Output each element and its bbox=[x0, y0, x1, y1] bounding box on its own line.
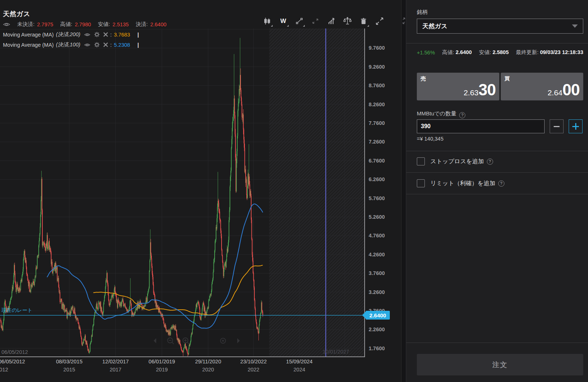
ma100-line bbox=[47, 204, 263, 328]
help-icon[interactable]: ? bbox=[459, 112, 465, 118]
instrument-selected-value: 天然ガス bbox=[422, 22, 572, 30]
buy-price-small: 2.64 bbox=[547, 88, 562, 97]
y-axis-tick: 8.2600 bbox=[369, 102, 391, 107]
zoom-out-button[interactable] bbox=[166, 336, 175, 345]
section-divider bbox=[406, 343, 588, 343]
increase-quantity-button[interactable] bbox=[569, 119, 583, 133]
compare-button[interactable] bbox=[310, 15, 321, 27]
x-axis-tick-year: 2022 bbox=[247, 367, 259, 373]
x-axis-tick-year: 2024 bbox=[293, 367, 305, 373]
y-axis-tick: 6.7600 bbox=[369, 158, 391, 164]
y-axis-tick: 3.2600 bbox=[369, 289, 391, 295]
decrease-quantity-button[interactable] bbox=[550, 119, 564, 133]
quantity-yen-equivalent: =¥ 140,345 bbox=[417, 136, 443, 142]
quantity-field-label: MMBtuでの数量? bbox=[417, 110, 465, 118]
instrument-select[interactable]: 天然ガス bbox=[417, 19, 583, 34]
submit-order-button[interactable]: 注文 bbox=[417, 354, 583, 375]
ma100-value: 5.2308 bbox=[114, 42, 130, 48]
delete-drawings-button[interactable] bbox=[358, 15, 369, 27]
limit-checkbox[interactable] bbox=[417, 179, 425, 187]
gear-icon[interactable] bbox=[94, 32, 100, 37]
scale-mode-button[interactable] bbox=[342, 15, 353, 27]
x-axis-tick-date: 12/02/2017 bbox=[102, 359, 129, 364]
low-label: 安値: bbox=[98, 21, 110, 28]
panel-resize-handle[interactable] bbox=[402, 16, 406, 27]
y-axis-tick: 5.7600 bbox=[369, 195, 391, 201]
close-value: 2.6400 bbox=[150, 22, 166, 27]
dropdown-caret bbox=[367, 25, 369, 27]
ma200-name: Moving Average (MA) bbox=[3, 32, 54, 38]
y-axis-tick: 6.2600 bbox=[369, 176, 391, 182]
visible-range-start-date: 06/05/2012 bbox=[1, 349, 28, 355]
timeframe-button[interactable]: W bbox=[277, 15, 289, 27]
current-price-tag: 2.6400 bbox=[366, 311, 390, 320]
y-axis-tick: 8.7600 bbox=[369, 83, 391, 88]
instrument-field-label: 銘柄 bbox=[417, 9, 428, 16]
quantity-input[interactable] bbox=[417, 119, 545, 133]
zoom-in-button[interactable] bbox=[181, 336, 191, 345]
x-axis-tick-date: 06/01/2019 bbox=[149, 359, 175, 364]
candlestick-chart-svg bbox=[0, 28, 365, 357]
scroll-left-button[interactable] bbox=[150, 336, 160, 345]
x-axis-tick-year: 2017 bbox=[109, 367, 121, 373]
close-icon[interactable] bbox=[103, 42, 108, 47]
high-label: 高値: bbox=[60, 21, 72, 28]
x-axis-tick-date: 08/03/2015 bbox=[56, 359, 82, 364]
change-percent: +1.56% bbox=[417, 50, 435, 56]
chart-toolbar: W bbox=[261, 15, 385, 27]
help-icon[interactable]: ? bbox=[487, 158, 493, 165]
sell-price-small: 2.63 bbox=[464, 88, 479, 97]
eye-icon[interactable] bbox=[3, 22, 10, 27]
gear-icon[interactable] bbox=[94, 42, 100, 47]
day-low: 安値: 2.5805 bbox=[479, 49, 508, 56]
stoploss-checkbox[interactable] bbox=[417, 157, 425, 165]
chart-nav-controls bbox=[150, 336, 243, 345]
instrument-stats-row: +1.56% 高値: 2.6400 安値: 2.5805 最終更新: 09/03… bbox=[417, 49, 583, 56]
sell-price-big: 30 bbox=[479, 81, 496, 99]
fullscreen-button[interactable] bbox=[374, 15, 385, 27]
quote-summary-row: 未決済: 2.7975 高値: 2.7980 安値: 2.5135 決済: 2.… bbox=[3, 21, 166, 28]
eye-icon[interactable] bbox=[84, 43, 91, 47]
scroll-right-button[interactable] bbox=[234, 336, 243, 345]
future-hatch-area bbox=[269, 28, 365, 357]
x-axis-tick-year: 2019 bbox=[156, 367, 168, 373]
dropdown-caret bbox=[287, 25, 289, 27]
chart-pane: 天然ガス 未決済: 2.7975 高値: 2.7980 安値: 2.5135 決… bbox=[0, 0, 401, 382]
section-divider bbox=[406, 194, 588, 194]
close-label: 決済: bbox=[136, 21, 148, 28]
ma200-colon: : bbox=[110, 32, 112, 38]
stoploss-row[interactable]: ストップロスを追加 ? bbox=[417, 157, 493, 165]
ma100-name: Moving Average (MA) bbox=[3, 42, 54, 48]
y-axis-tick: 4.2600 bbox=[369, 252, 391, 257]
help-icon[interactable]: ? bbox=[498, 180, 504, 187]
indicator-row-ma200: Moving Average (MA) (決済,200) : 3.7683 | bbox=[3, 31, 139, 38]
dropdown-caret bbox=[271, 25, 273, 27]
ma200-line bbox=[93, 265, 263, 315]
legend-separator: | bbox=[137, 42, 139, 48]
buy-price-big: 00 bbox=[562, 81, 580, 99]
limit-row[interactable]: リミット（利確）を追加 ? bbox=[417, 179, 504, 187]
eye-icon[interactable] bbox=[84, 33, 91, 37]
legend-separator: | bbox=[137, 32, 139, 38]
chevron-down-icon bbox=[572, 24, 578, 28]
price-chart-plot[interactable] bbox=[0, 28, 365, 359]
open-label: 未決済: bbox=[17, 21, 35, 28]
panel-divider-strip bbox=[401, 0, 406, 382]
y-axis-tick: 3.7600 bbox=[369, 270, 391, 276]
drawing-tools-button[interactable] bbox=[293, 15, 305, 27]
indicators-button[interactable] bbox=[326, 15, 337, 27]
day-high: 高値: 2.6400 bbox=[442, 49, 472, 56]
dropdown-caret bbox=[303, 25, 305, 27]
chart-type-candlestick-button[interactable] bbox=[261, 15, 273, 27]
reset-zoom-button[interactable] bbox=[218, 336, 228, 345]
x-axis-tick-date: 23/10/2022 bbox=[240, 359, 267, 364]
sell-button[interactable]: 売 2.6330 bbox=[417, 73, 499, 100]
close-icon[interactable] bbox=[103, 32, 108, 37]
x-axis-tick-year: 2015 bbox=[64, 367, 75, 373]
stoploss-label: ストップロスを追加 bbox=[430, 158, 484, 165]
indicator-row-ma100: Moving Average (MA) (決済,100) : 5.2308 | bbox=[3, 41, 139, 48]
y-axis-tick: 5.2600 bbox=[369, 214, 391, 220]
buy-button[interactable]: 買 2.6400 bbox=[501, 73, 583, 100]
ma100-colon: : bbox=[110, 42, 112, 48]
deal-buttons: 売 2.6330 買 2.6400 bbox=[417, 73, 583, 100]
